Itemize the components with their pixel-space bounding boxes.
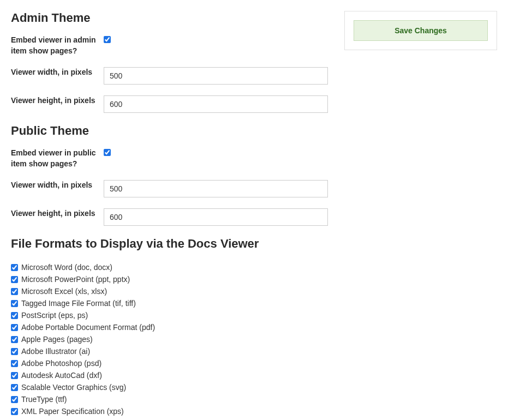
format-checkbox[interactable]	[11, 336, 18, 343]
format-item: Microsoft Excel (xls, xlsx)	[11, 286, 328, 297]
format-label: Apple Pages (pages)	[21, 334, 93, 345]
format-label: Autodesk AutoCad (dxf)	[21, 370, 102, 381]
format-label: XML Paper Specification (xps)	[21, 406, 124, 417]
format-item: Adobe Photoshop (psd)	[11, 358, 328, 369]
format-label: Adobe Portable Document Format (pdf)	[21, 322, 155, 333]
format-item: Autodesk AutoCad (dxf)	[11, 370, 328, 381]
format-label: Microsoft Word (doc, docx)	[21, 262, 112, 273]
admin-width-label: Viewer width, in pixels	[11, 67, 104, 78]
file-formats-heading: File Formats to Display via the Docs Vie…	[11, 237, 328, 251]
admin-theme-heading: Admin Theme	[11, 11, 328, 25]
format-item: Adobe Portable Document Format (pdf)	[11, 322, 328, 333]
format-label: Scalable Vector Graphics (svg)	[21, 382, 126, 393]
public-height-input[interactable]	[104, 208, 328, 226]
format-item: Tagged Image File Format (tif, tiff)	[11, 298, 328, 309]
format-item: Microsoft PowerPoint (ppt, pptx)	[11, 274, 328, 285]
admin-height-label: Viewer height, in pixels	[11, 95, 104, 106]
save-button[interactable]: Save Changes	[354, 20, 488, 41]
format-checkbox[interactable]	[11, 396, 18, 403]
public-height-label: Viewer height, in pixels	[11, 208, 104, 219]
admin-width-input[interactable]	[104, 67, 328, 85]
admin-embed-label: Embed viewer in admin item show pages?	[11, 35, 104, 56]
format-label: Tagged Image File Format (tif, tiff)	[21, 298, 136, 309]
format-item: Scalable Vector Graphics (svg)	[11, 382, 328, 393]
format-checkbox[interactable]	[11, 384, 18, 391]
format-label: Adobe Photoshop (psd)	[21, 358, 101, 369]
format-checkbox[interactable]	[11, 324, 18, 331]
format-item: Adobe Illustrator (ai)	[11, 346, 328, 357]
format-item: Microsoft Word (doc, docx)	[11, 262, 328, 273]
public-width-label: Viewer width, in pixels	[11, 180, 104, 191]
format-checkbox[interactable]	[11, 276, 18, 283]
format-item: Apple Pages (pages)	[11, 334, 328, 345]
file-formats-list: Microsoft Word (doc, docx)Microsoft Powe…	[11, 262, 328, 417]
admin-embed-checkbox[interactable]	[104, 36, 111, 43]
format-checkbox[interactable]	[11, 312, 18, 319]
format-checkbox[interactable]	[11, 348, 18, 355]
format-checkbox[interactable]	[11, 372, 18, 379]
format-checkbox[interactable]	[11, 360, 18, 367]
admin-height-input[interactable]	[104, 95, 328, 113]
format-label: Adobe Illustrator (ai)	[21, 346, 90, 357]
format-checkbox[interactable]	[11, 288, 18, 295]
public-embed-label: Embed viewer in public item show pages?	[11, 148, 104, 169]
format-checkbox[interactable]	[11, 300, 18, 307]
sidebar-panel: Save Changes	[344, 11, 497, 50]
format-checkbox[interactable]	[11, 264, 18, 271]
public-embed-checkbox[interactable]	[104, 149, 111, 156]
format-item: XML Paper Specification (xps)	[11, 406, 328, 417]
format-label: Microsoft Excel (xls, xlsx)	[21, 286, 107, 297]
format-checkbox[interactable]	[11, 408, 18, 415]
public-theme-heading: Public Theme	[11, 124, 328, 138]
format-item: PostScript (eps, ps)	[11, 310, 328, 321]
format-label: PostScript (eps, ps)	[21, 310, 88, 321]
format-item: TrueType (ttf)	[11, 394, 328, 405]
public-width-input[interactable]	[104, 180, 328, 197]
format-label: Microsoft PowerPoint (ppt, pptx)	[21, 274, 130, 285]
format-label: TrueType (ttf)	[21, 394, 67, 405]
